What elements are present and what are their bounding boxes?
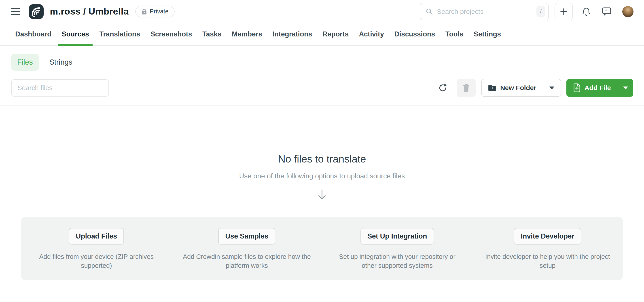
search-projects-input[interactable] (437, 8, 536, 16)
messages-button[interactable] (602, 8, 611, 16)
tab-translations[interactable]: Translations (96, 23, 144, 46)
search-shortcut-key: / (536, 6, 545, 17)
new-folder-button[interactable]: New Folder (482, 79, 543, 96)
tab-tools[interactable]: Tools (442, 23, 467, 46)
tab-discussions[interactable]: Discussions (391, 23, 439, 46)
tab-activity[interactable]: Activity (355, 23, 388, 46)
new-folder-label: New Folder (500, 84, 536, 92)
chat-icon (602, 8, 611, 16)
notifications-button[interactable] (582, 7, 590, 16)
crowdin-project-page: m.ross / Umbrella Private / (0, 0, 644, 302)
chevron-down-icon (550, 86, 554, 90)
crowdin-mark-icon (29, 4, 44, 19)
set-up-integration-button[interactable]: Set Up Integration (360, 228, 434, 244)
tab-dashboard[interactable]: Dashboard (12, 23, 55, 46)
tab-integrations[interactable]: Integrations (269, 23, 316, 46)
user-avatar[interactable] (622, 6, 634, 17)
new-folder-dropdown-button[interactable] (543, 79, 560, 96)
tab-reports[interactable]: Reports (319, 23, 352, 46)
refresh-icon (438, 84, 447, 92)
use-samples-description: Add Crowdin sample files to explore how … (182, 252, 311, 270)
refresh-button[interactable] (438, 84, 447, 92)
use-samples-button[interactable]: Use Samples (218, 228, 275, 244)
search-icon (426, 8, 433, 15)
add-file-split-button: Add File (566, 79, 633, 97)
file-upload-icon (573, 83, 581, 92)
empty-state: No files to translate Use one of the fol… (0, 153, 644, 201)
toolbar-divider (0, 105, 644, 106)
empty-state-title: No files to translate (0, 153, 644, 165)
tab-members[interactable]: Members (228, 23, 266, 46)
subtab-strings[interactable]: Strings (50, 58, 72, 66)
privacy-badge: Private (135, 6, 175, 18)
upload-files-description: Add files from your device (ZIP archives… (32, 252, 161, 270)
invite-developer-button[interactable]: Invite Developer (514, 228, 581, 244)
option-invite-developer: Invite Developer Invite developer to hel… (472, 228, 623, 280)
crowdin-logo[interactable] (29, 4, 44, 19)
plus-icon (560, 8, 568, 16)
option-set-up-integration: Set Up Integration Set up integration wi… (322, 228, 472, 280)
tab-screenshots[interactable]: Screenshots (147, 23, 196, 46)
project-nav: Dashboard Sources Translations Screensho… (0, 23, 644, 46)
search-files-input[interactable] (11, 79, 109, 96)
files-toolbar: New Folder Add File (0, 71, 644, 97)
top-header: m.ross / Umbrella Private / (0, 0, 644, 23)
delete-button[interactable] (456, 79, 476, 97)
tab-sources[interactable]: Sources (58, 23, 92, 46)
add-file-button[interactable]: Add File (566, 79, 618, 97)
add-file-dropdown-button[interactable] (618, 79, 633, 97)
empty-state-subtitle: Use one of the following options to uplo… (0, 172, 644, 180)
trash-icon (462, 84, 470, 92)
arrow-down-icon (0, 189, 644, 201)
new-folder-split-button: New Folder (481, 79, 561, 97)
chevron-down-icon (623, 86, 628, 90)
menu-icon[interactable] (11, 8, 20, 15)
tab-tasks[interactable]: Tasks (199, 23, 225, 46)
folder-plus-icon (488, 84, 496, 92)
set-up-integration-description: Set up integration with your repository … (333, 252, 462, 270)
bell-icon (582, 7, 590, 16)
lock-icon (141, 8, 147, 15)
project-search: / (420, 3, 549, 20)
upload-files-button[interactable]: Upload Files (69, 228, 124, 244)
privacy-badge-label: Private (150, 8, 168, 15)
upload-options-panel: Upload Files Add files from your device … (21, 217, 623, 280)
create-project-button[interactable] (554, 3, 573, 20)
subtab-files[interactable]: Files (11, 54, 39, 71)
project-title[interactable]: m.ross / Umbrella (50, 6, 129, 17)
option-upload-files: Upload Files Add files from your device … (21, 228, 172, 280)
sources-subtabs: Files Strings (0, 46, 644, 71)
tab-settings[interactable]: Settings (470, 23, 504, 46)
invite-developer-description: Invite developer to help you with the pr… (483, 252, 612, 270)
option-use-samples: Use Samples Add Crowdin sample files to … (172, 228, 322, 280)
add-file-label: Add File (584, 84, 611, 92)
